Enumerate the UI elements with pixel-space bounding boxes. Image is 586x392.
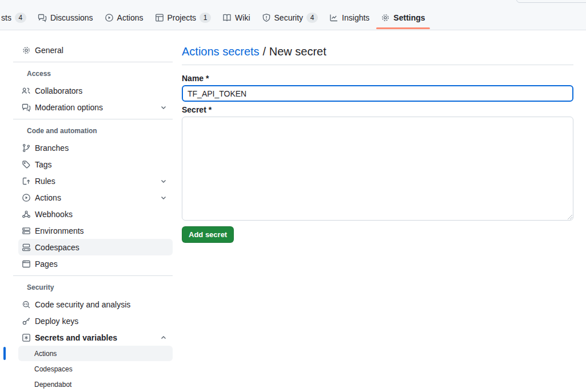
comment-discussion-icon bbox=[38, 13, 47, 22]
sidebar-divider bbox=[13, 119, 173, 119]
sidebar-item-rules[interactable]: Rules bbox=[18, 173, 173, 189]
sidebar-subitem-actions[interactable]: Actions bbox=[18, 346, 173, 361]
shield-icon bbox=[262, 13, 271, 22]
tab-pull-requests[interactable]: sts 4 bbox=[1, 12, 26, 23]
pull-requests-count-badge: 4 bbox=[15, 13, 26, 23]
sidebar-item-label: Branches bbox=[35, 143, 69, 153]
tag-icon bbox=[22, 160, 31, 169]
sidebar-item-label: Codespaces bbox=[35, 243, 79, 252]
chevron-down-icon bbox=[160, 194, 167, 201]
title-divider bbox=[182, 65, 573, 65]
tab-projects[interactable]: Projects 1 bbox=[155, 12, 212, 23]
projects-count-badge: 1 bbox=[200, 13, 211, 23]
sidebar-item-label: Collaborators bbox=[35, 86, 82, 95]
name-field-label: Name * bbox=[182, 73, 573, 83]
browser-icon bbox=[22, 259, 31, 269]
sidebar-item-label: Code security and analysis bbox=[35, 300, 130, 309]
sidebar-item-pages[interactable]: Pages bbox=[18, 255, 173, 272]
sidebar-section-code-automation: Code and automation bbox=[27, 126, 173, 136]
active-tab-underline bbox=[376, 27, 429, 29]
sidebar-item-secrets-and-variables[interactable]: Secrets and variables bbox=[18, 329, 173, 346]
webhook-icon bbox=[22, 210, 31, 219]
play-icon bbox=[105, 13, 114, 22]
sidebar-divider bbox=[13, 275, 173, 276]
actions-secrets-breadcrumb-link[interactable]: Actions secrets bbox=[182, 45, 260, 58]
sidebar-item-label: Pages bbox=[35, 259, 58, 269]
tab-insights-label: Insights bbox=[342, 12, 369, 23]
sidebar-section-security: Security bbox=[27, 283, 173, 293]
sidebar-item-branches[interactable]: Branches bbox=[18, 139, 173, 156]
sidebar-item-deploy-keys[interactable]: Deploy keys bbox=[18, 313, 173, 329]
repo-header: sts 4 Discussions bbox=[0, 0, 586, 30]
settings-sidebar: General Access Collaborators bbox=[13, 42, 173, 392]
sidebar-divider bbox=[13, 62, 173, 62]
sidebar-item-label: Webhooks bbox=[35, 210, 73, 219]
tab-pull-requests-label: sts bbox=[1, 12, 11, 23]
sidebar-item-tags[interactable]: Tags bbox=[18, 156, 173, 173]
security-count-badge: 4 bbox=[306, 13, 318, 23]
page-title: Actions secrets/ New secret bbox=[182, 45, 573, 58]
active-item-indicator bbox=[3, 347, 6, 360]
codescan-icon bbox=[22, 300, 31, 309]
github-settings-page: sts 4 Discussions bbox=[0, 0, 586, 392]
tab-settings[interactable]: Settings bbox=[381, 12, 425, 23]
tab-security[interactable]: Security 4 bbox=[262, 12, 318, 23]
sidebar-item-label: Tags bbox=[35, 160, 52, 169]
sidebar-item-label: Deploy keys bbox=[35, 317, 78, 326]
sidebar-item-actions[interactable]: Actions bbox=[18, 189, 173, 206]
sidebar-item-collaborators[interactable]: Collaborators bbox=[18, 82, 173, 99]
tab-settings-label: Settings bbox=[393, 12, 425, 23]
gear-icon bbox=[22, 46, 31, 55]
graph-icon bbox=[329, 13, 338, 22]
sidebar-subitem-dependabot[interactable]: Dependabot bbox=[18, 377, 173, 392]
people-icon bbox=[22, 86, 31, 95]
chevron-down-icon bbox=[160, 104, 167, 111]
tab-discussions[interactable]: Discussions bbox=[38, 12, 93, 23]
asterisk-box-icon bbox=[22, 333, 31, 342]
comment-discussion-icon bbox=[22, 103, 31, 112]
chevron-up-icon bbox=[160, 334, 167, 341]
secret-field-label: Secret * bbox=[182, 105, 573, 115]
sidebar-subitem-label: Codespaces bbox=[34, 365, 73, 373]
sidebar-item-label: Actions bbox=[35, 193, 61, 202]
secret-name-input[interactable] bbox=[182, 85, 573, 102]
table-icon bbox=[155, 13, 164, 22]
sidebar-item-label: Environments bbox=[35, 226, 84, 235]
sidebar-subitem-codespaces[interactable]: Codespaces bbox=[18, 361, 173, 377]
tab-actions-label: Actions bbox=[117, 12, 143, 23]
codespaces-icon bbox=[22, 243, 31, 252]
breadcrumb-current: / New secret bbox=[263, 45, 326, 58]
gear-icon bbox=[381, 13, 390, 22]
rules-icon bbox=[22, 177, 31, 186]
sidebar-item-label: Secrets and variables bbox=[35, 333, 117, 342]
key-icon bbox=[22, 317, 31, 326]
main-content: Actions secrets/ New secret Name * Secre… bbox=[182, 45, 573, 243]
sidebar-item-moderation-options[interactable]: Moderation options bbox=[18, 99, 173, 115]
sidebar-subitem-label: Dependabot bbox=[34, 381, 71, 389]
tab-discussions-label: Discussions bbox=[50, 12, 93, 23]
play-icon bbox=[22, 193, 31, 202]
sidebar-item-label: Moderation options bbox=[35, 103, 103, 112]
search-box-partial[interactable] bbox=[516, 0, 586, 3]
secret-value-textarea[interactable] bbox=[182, 117, 573, 221]
sidebar-item-code-security[interactable]: Code security and analysis bbox=[18, 296, 173, 313]
tab-wiki[interactable]: Wiki bbox=[222, 12, 250, 23]
tab-security-label: Security bbox=[274, 12, 304, 23]
add-secret-button[interactable]: Add secret bbox=[182, 226, 234, 243]
server-icon bbox=[22, 226, 31, 235]
tab-projects-label: Projects bbox=[168, 12, 197, 23]
sidebar-item-general[interactable]: General bbox=[18, 42, 173, 58]
secret-textarea-wrapper bbox=[182, 117, 573, 221]
tab-insights[interactable]: Insights bbox=[329, 12, 369, 23]
chevron-down-icon bbox=[160, 178, 167, 185]
sidebar-item-label: General bbox=[35, 46, 63, 55]
tab-wiki-label: Wiki bbox=[235, 12, 250, 23]
tab-actions[interactable]: Actions bbox=[105, 12, 143, 23]
sidebar-item-codespaces[interactable]: Codespaces bbox=[18, 239, 173, 255]
book-icon bbox=[222, 13, 232, 22]
repo-tab-nav: sts 4 Discussions bbox=[1, 12, 425, 23]
sidebar-item-environments[interactable]: Environments bbox=[18, 222, 173, 239]
sidebar-item-webhooks[interactable]: Webhooks bbox=[18, 206, 173, 222]
git-branch-icon bbox=[22, 143, 31, 153]
sidebar-subitem-label: Actions bbox=[34, 350, 57, 358]
